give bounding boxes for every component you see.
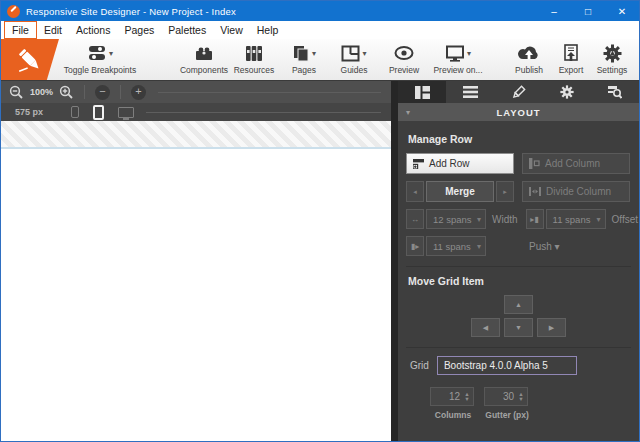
chevron-down-icon: ▾	[597, 215, 601, 224]
move-down-button[interactable]: ▼	[504, 318, 533, 337]
move-left-button[interactable]: ◀	[471, 318, 500, 337]
merge-left-button[interactable]: ◂	[406, 181, 424, 202]
maximize-button[interactable]: □	[571, 1, 605, 21]
add-row-button[interactable]: Add Row	[406, 153, 514, 174]
breakpoint-track	[158, 92, 381, 93]
chevron-down-icon: ▾	[477, 242, 481, 251]
chevron-down-icon: ▾	[467, 49, 471, 58]
divide-column-icon	[529, 187, 541, 196]
panel-tabs	[398, 81, 639, 103]
pages-button[interactable]: ▾ Pages	[279, 39, 329, 75]
app-logo	[1, 39, 59, 80]
offset-spans-select[interactable]: 11 spans ▾	[546, 209, 606, 229]
layout-icon	[415, 86, 430, 99]
tab-settings[interactable]	[543, 81, 591, 103]
settings-button[interactable]: Settings	[591, 39, 633, 75]
phone-active-icon[interactable]	[93, 105, 104, 120]
ruler-track	[146, 112, 381, 113]
tab-layout[interactable]	[398, 81, 446, 103]
width-icon: ↔	[406, 209, 424, 229]
section-divider	[406, 347, 631, 348]
design-canvas-area: 100% − + 575 px	[1, 81, 391, 441]
divider	[120, 85, 121, 99]
section-divider	[406, 266, 631, 267]
zoom-toolbar: 100% − +	[1, 81, 391, 103]
settings-gear-icon	[603, 44, 622, 63]
push-label[interactable]: Push ▾	[529, 241, 560, 252]
preview-on-button[interactable]: ▾ Preview on...	[429, 39, 487, 75]
zoom-level: 100%	[30, 87, 53, 97]
app-icon	[7, 5, 20, 18]
minimize-button[interactable]: –	[537, 1, 571, 21]
breakpoint-width-label: 575 px	[15, 107, 43, 117]
toolbar-right-group: Publish Export	[507, 39, 633, 75]
divide-column-button[interactable]: Divide Column	[522, 181, 630, 202]
menu-file[interactable]: File	[4, 21, 37, 39]
chevron-down-icon: ▾	[362, 49, 366, 58]
pencil-icon	[511, 85, 526, 100]
menu-pages[interactable]: Pages	[117, 22, 161, 38]
stepper-arrows-icon[interactable]: ▲▼	[517, 392, 527, 402]
menu-actions[interactable]: Actions	[69, 22, 117, 38]
panel-title: LAYOUT	[496, 107, 540, 118]
menu-palettes[interactable]: Palettes	[161, 22, 213, 38]
remove-breakpoint-button[interactable]: −	[95, 85, 110, 100]
resources-button[interactable]: Resources	[229, 39, 279, 75]
publish-cloud-icon	[518, 45, 540, 61]
components-button[interactable]: Components	[179, 39, 229, 75]
grid-framework-select[interactable]: Bootstrap 4.0.0 Alpha 5	[437, 356, 577, 375]
export-document-icon	[563, 44, 579, 62]
pages-icon	[292, 45, 310, 62]
close-button[interactable]: ✕	[605, 1, 639, 21]
add-breakpoint-button[interactable]: +	[131, 85, 146, 100]
phone-small-icon[interactable]	[71, 106, 79, 118]
push-spans-select[interactable]: 11 spans ▾	[426, 236, 486, 256]
desktop-icon[interactable]	[118, 107, 134, 118]
window-title: Responsive Site Designer - New Project -…	[26, 6, 236, 17]
export-button[interactable]: Export	[551, 39, 591, 75]
chevron-down-icon: ▾	[477, 215, 481, 224]
tab-inspector[interactable]	[591, 81, 639, 103]
merge-right-button[interactable]: ▸	[496, 181, 514, 202]
grid-label: Grid	[410, 360, 429, 371]
menu-edit[interactable]: Edit	[37, 22, 69, 38]
menubar: File Edit Actions Pages Palettes View He…	[1, 21, 639, 39]
manage-row-title: Manage Row	[408, 133, 631, 145]
inspector-panel: ▾ LAYOUT Manage Row Add Row	[398, 81, 639, 441]
stepper-arrows-icon[interactable]: ▲▼	[463, 392, 473, 402]
tab-structure[interactable]	[446, 81, 494, 103]
chevron-down-icon: ▾	[109, 49, 113, 58]
move-right-button[interactable]: ▶	[537, 318, 566, 337]
titlebar: Responsive Site Designer - New Project -…	[1, 1, 639, 21]
gutter-stepper[interactable]: 30 ▲▼	[484, 387, 528, 406]
breakpoint-ruler: 575 px	[1, 103, 391, 121]
publish-button[interactable]: Publish	[507, 39, 551, 75]
menu-help[interactable]: Help	[250, 22, 286, 38]
merge-button[interactable]: Merge	[426, 181, 494, 202]
rocket-pencil-icon	[15, 45, 45, 75]
add-column-icon	[529, 158, 540, 169]
move-up-button[interactable]: ▲	[504, 295, 533, 314]
guides-button[interactable]: ▾ Guides	[329, 39, 379, 75]
add-row-icon	[413, 159, 424, 169]
add-column-button[interactable]: Add Column	[522, 153, 630, 174]
panel-header[interactable]: ▾ LAYOUT	[398, 103, 639, 121]
menu-view[interactable]: View	[213, 22, 250, 38]
resources-binders-icon	[244, 45, 264, 62]
canvas-scrollbar[interactable]	[391, 81, 398, 441]
zoom-in-icon[interactable]	[59, 85, 74, 100]
tab-design[interactable]	[494, 81, 542, 103]
main-area: 100% − + 575 px	[1, 81, 639, 441]
toggle-breakpoints-button[interactable]: ▾ Toggle Breakpoints	[63, 39, 137, 75]
zoom-out-icon[interactable]	[9, 85, 24, 100]
canvas-margin-hatch	[1, 121, 391, 149]
toolbar-main-group: Components Resources	[179, 39, 487, 75]
gear-icon	[560, 85, 574, 99]
inspect-search-icon	[607, 85, 622, 99]
preview-button[interactable]: Preview	[379, 39, 429, 75]
columns-stepper[interactable]: 12 ▲▼	[430, 387, 474, 406]
page-canvas[interactable]	[1, 149, 391, 442]
components-lego-icon	[194, 45, 214, 62]
width-label: Width	[492, 214, 518, 225]
width-spans-select[interactable]: 12 spans ▾	[426, 209, 486, 229]
